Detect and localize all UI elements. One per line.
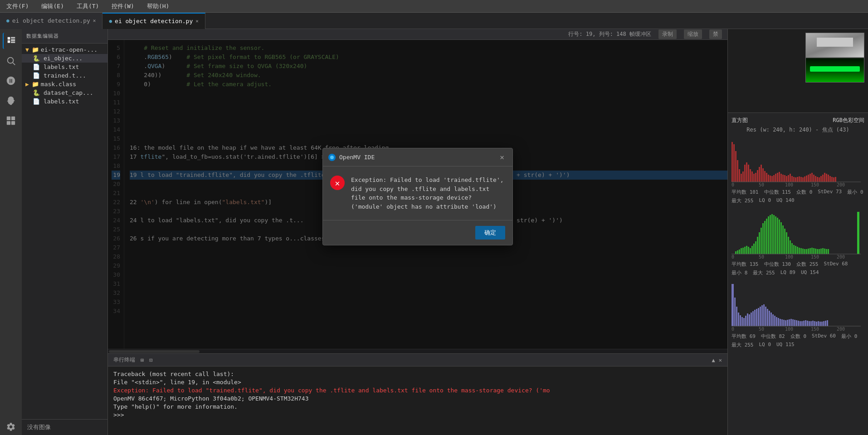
svg-rect-54 (808, 175, 809, 182)
svg-rect-99 (777, 218, 778, 254)
svg-rect-151 (761, 305, 763, 326)
tab-2[interactable]: ● ei object detection.py ✕ (102, 13, 205, 29)
svg-rect-51 (802, 177, 804, 182)
svg-rect-117 (809, 248, 811, 254)
svg-rect-128 (857, 212, 859, 254)
right-panel: 直方图 RGB色彩空间 Res (w: 240, h: 240) - 焦点 (4… (727, 29, 868, 435)
dialog-confirm-button[interactable]: 确定 (475, 226, 505, 239)
svg-rect-101 (780, 222, 782, 254)
terminal-icon-2[interactable]: ⊡ (149, 357, 152, 363)
red-max: 最大 255 (731, 197, 754, 204)
svg-rect-86 (753, 244, 755, 254)
terminal-expand-icon[interactable]: ▲ (712, 357, 715, 363)
tree-file-dataset-label: dataset_cap... (44, 89, 93, 96)
svg-rect-100 (779, 220, 780, 254)
svg-rect-167 (790, 319, 792, 326)
red-stats: 平均数 101 中位数 115 众数 0 StDev 73 最小 0 最大 25… (731, 189, 864, 204)
blue-stats: 平均数 69 中位数 82 众数 0 StDev 60 最小 0 最大 255 … (731, 333, 864, 348)
activity-explorer-icon[interactable] (3, 33, 19, 49)
terminal-icon-1[interactable]: ⊞ (141, 357, 144, 363)
blue-stdev: StDev 60 (812, 333, 836, 340)
terminal-line-5: Type "help()" for more information. (113, 403, 722, 411)
svg-rect-124 (822, 248, 824, 254)
svg-rect-182 (818, 321, 819, 326)
menu-controls[interactable]: 控件(W) (109, 1, 137, 11)
green-stats: 平均数 135 中位数 130 众数 255 StDev 68 最小 8 最大 … (731, 261, 864, 276)
dialog-app-icon (328, 154, 336, 161)
activity-extensions-icon[interactable] (3, 112, 19, 129)
svg-rect-168 (792, 319, 794, 326)
histogram-header: 直方图 RGB色彩空间 (731, 117, 864, 124)
explorer-header: 数据集编辑器 (22, 29, 107, 44)
svg-rect-108 (793, 245, 795, 254)
svg-rect-186 (825, 321, 826, 326)
terminal-line-2: File "<stdin>", line 19, in <module> (113, 378, 722, 386)
activity-debug-icon[interactable] (3, 93, 19, 109)
svg-rect-67 (831, 177, 833, 182)
svg-rect-90 (761, 228, 762, 254)
menu-file[interactable]: 文件(F) (4, 1, 31, 11)
svg-rect-147 (754, 310, 756, 326)
tree-folder-mask[interactable]: ▶ 📁 mask.class (22, 80, 107, 88)
svg-rect-64 (826, 174, 827, 182)
activity-search-icon[interactable] (3, 53, 19, 69)
red-lq: LQ 0 (759, 197, 771, 204)
tab-1[interactable]: ● ei object detection.py ✕ (0, 13, 102, 29)
tab-2-label: ei object detection.py (115, 18, 193, 24)
svg-rect-94 (768, 216, 769, 254)
terminal-line-1: Traceback (most recent call last): (113, 370, 722, 378)
svg-rect-37 (777, 173, 778, 182)
svg-rect-36 (775, 174, 776, 182)
terminal-title: 串行终端 (113, 356, 135, 364)
tabbar: ● ei object detection.py ✕ ● ei object d… (0, 13, 868, 29)
menu-edit[interactable]: 编辑(E) (39, 1, 66, 11)
svg-rect-135 (731, 284, 734, 326)
tree-root-label: ei-trac-open-... (41, 46, 98, 53)
svg-rect-12 (731, 142, 733, 182)
svg-rect-123 (820, 249, 822, 254)
svg-rect-110 (797, 247, 798, 254)
svg-rect-146 (752, 311, 754, 326)
activity-git-icon[interactable] (3, 73, 19, 89)
activity-settings-icon[interactable] (3, 419, 19, 435)
action-disable[interactable]: 禁 (709, 29, 722, 39)
terminal-content: Traceback (most recent call last): File … (108, 367, 727, 435)
action-record[interactable]: 录制 (658, 29, 677, 39)
svg-rect-187 (827, 320, 828, 326)
svg-rect-87 (755, 241, 756, 254)
tree-file-py1[interactable]: 🐍 ei_objec... (22, 54, 107, 63)
svg-rect-156 (770, 313, 772, 326)
dialog-error-icon: ✕ (330, 176, 345, 190)
tree-file-dataset[interactable]: 🐍 dataset_cap... (22, 88, 107, 97)
no-image-label: 没有图像 (22, 419, 107, 435)
mask-expand-icon: ▶ (25, 81, 29, 88)
dialog-close-button[interactable]: ✕ (497, 152, 507, 162)
svg-rect-42 (786, 176, 787, 182)
svg-rect-49 (799, 176, 800, 182)
tree-file-trained[interactable]: 📄 trained.t... (22, 71, 107, 80)
tree-file-labels1[interactable]: 📄 labels.txt (22, 63, 107, 71)
menu-tools[interactable]: 工具(T) (74, 1, 102, 11)
folder-expand-icon: ▼ (25, 46, 29, 53)
svg-rect-45 (791, 176, 793, 182)
dialog-overlay: OpenMV IDE ✕ ✕ Exception: Failed to load… (108, 40, 727, 353)
dialog-body: ✕ Exception: Failed to load 'trained.tfl… (323, 166, 512, 220)
tree-folder-root[interactable]: ▼ 📁 ei-trac-open-... (22, 45, 107, 54)
txt-file-icon1: 📄 (33, 64, 40, 70)
svg-rect-153 (765, 307, 766, 326)
svg-rect-139 (740, 315, 741, 326)
svg-text:100: 100 (785, 182, 793, 187)
tab-1-close[interactable]: ✕ (93, 18, 96, 24)
action-zoom[interactable]: 缩放 (684, 29, 702, 39)
terminal-close-icon[interactable]: ✕ (719, 357, 722, 363)
svg-rect-121 (817, 249, 818, 254)
svg-rect-76 (735, 251, 736, 254)
svg-rect-21 (748, 165, 749, 182)
tab-2-close[interactable]: ✕ (195, 18, 199, 24)
svg-rect-2 (7, 117, 10, 120)
red-histogram-chart: 0 50 100 150 200 (731, 137, 864, 189)
menu-help[interactable]: 帮助(H) (144, 1, 172, 11)
svg-rect-39 (780, 174, 782, 182)
tree-file-labels2[interactable]: 📄 labels.txt (22, 97, 107, 106)
svg-rect-46 (793, 177, 795, 182)
